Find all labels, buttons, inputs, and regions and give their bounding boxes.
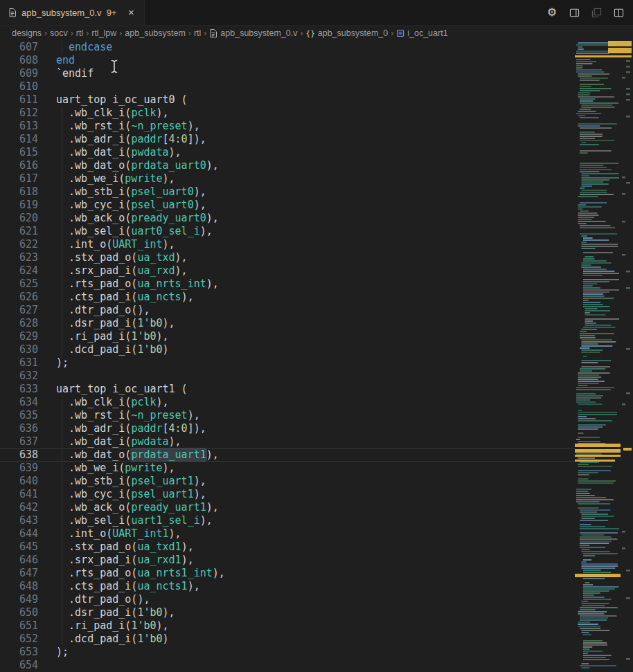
breadcrumb-item-i_oc_uart1[interactable]: i_oc_uart1 [396, 28, 447, 38]
line-number[interactable]: 627 [0, 304, 38, 317]
code-line-615[interactable]: 615 .wb_dat_i(pwdata), [0, 146, 575, 159]
line-number[interactable]: 624 [0, 264, 38, 278]
line-number[interactable]: 622 [0, 238, 38, 251]
line-number[interactable]: 633 [0, 383, 38, 396]
code-line-613[interactable]: 613 .wb_rst_i(~n_preset), [0, 120, 575, 133]
code-line-630[interactable]: 630 .dcd_pad_i(1'b0) [0, 343, 575, 356]
code-line-617[interactable]: 617 .wb_we_i(pwrite), [0, 172, 575, 185]
line-number[interactable]: 634 [0, 396, 38, 409]
line-number[interactable]: 610 [0, 80, 38, 93]
line-number[interactable]: 642 [0, 501, 38, 514]
code-line-635[interactable]: 635 .wb_rst_i(~n_preset), [0, 409, 575, 422]
code-line-629[interactable]: 629 .ri_pad_i(1'b0), [0, 330, 575, 343]
line-number[interactable]: 643 [0, 514, 38, 527]
code-line-618[interactable]: 618 .wb_stb_i(psel_uart0), [0, 185, 575, 199]
code-line-631[interactable]: 631); [0, 356, 575, 370]
line-number[interactable]: 626 [0, 291, 38, 304]
code-line-653[interactable]: 653); [0, 646, 575, 659]
code-line-620[interactable]: 620 .wb_ack_o(pready_uart0), [0, 212, 575, 225]
line-number[interactable]: 639 [0, 462, 38, 475]
code-line-640[interactable]: 640 .wb_stb_i(psel_uart1), [0, 475, 575, 488]
line-number[interactable]: 644 [0, 527, 38, 541]
code-line-614[interactable]: 614 .wb_adr_i(paddr[4:0]), [0, 133, 575, 146]
code-line-651[interactable]: 651 .ri_pad_i(1'b0), [0, 619, 575, 633]
line-number[interactable]: 645 [0, 541, 38, 554]
line-number[interactable]: 630 [0, 343, 38, 356]
settings-gear-button[interactable]: ⚙ [543, 4, 561, 21]
line-number[interactable]: 640 [0, 475, 38, 488]
line-number[interactable]: 618 [0, 185, 38, 199]
code-line-612[interactable]: 612 .wb_clk_i(pclk), [0, 107, 575, 120]
line-number[interactable]: 608 [0, 54, 38, 67]
line-number[interactable]: 638 [0, 448, 38, 462]
line-number[interactable]: 646 [0, 554, 38, 567]
code-line-641[interactable]: 641 .wb_cyc_i(psel_uart1), [0, 488, 575, 501]
code-line-607[interactable]: 607 endcase [0, 41, 575, 54]
line-number[interactable]: 617 [0, 172, 38, 185]
code-line-611[interactable]: 611uart_top i_oc_uart0 ( [0, 93, 575, 107]
line-number[interactable]: 616 [0, 159, 38, 172]
code-line-633[interactable]: 633uart_top i_oc_uart1 ( [0, 383, 575, 396]
code-line-628[interactable]: 628 .dsr_pad_i(1'b0), [0, 317, 575, 330]
code-line-639[interactable]: 639 .wb_we_i(pwrite), [0, 462, 575, 475]
tab-apb-subsystem-0-v[interactable]: apb_subsystem_0.v 9+ × [0, 0, 145, 25]
code-line-616[interactable]: 616 .wb_dat_o(prdata_uart0), [0, 159, 575, 172]
code-line-608[interactable]: 608end [0, 54, 575, 67]
breadcrumb-item-apb_subsystem[interactable]: apb_subsystem [125, 28, 186, 38]
code-line-638[interactable]: 638 .wb_dat_o(prdata_uart1), [0, 448, 575, 462]
line-number[interactable]: 629 [0, 330, 38, 343]
code-line-644[interactable]: 644 .int_o(UART_int1), [0, 527, 575, 541]
code-line-649[interactable]: 649 .dtr_pad_o(), [0, 593, 575, 606]
code-line-622[interactable]: 622 .int_o(UART_int), [0, 238, 575, 251]
minimap[interactable] [575, 41, 633, 672]
code-line-619[interactable]: 619 .wb_cyc_i(psel_uart0), [0, 199, 575, 212]
line-number[interactable]: 635 [0, 409, 38, 422]
line-number[interactable]: 613 [0, 120, 38, 133]
line-number[interactable]: 653 [0, 646, 38, 659]
breadcrumb-item-apb_subsystem_0.v[interactable]: apb_subsystem_0.v [209, 28, 297, 38]
line-number[interactable]: 652 [0, 633, 38, 646]
code-line-610[interactable]: 610 [0, 80, 575, 93]
line-number[interactable]: 647 [0, 567, 38, 580]
code-line-623[interactable]: 623 .stx_pad_o(ua_txd), [0, 251, 575, 264]
code-line-621[interactable]: 621 .wb_sel_i(uart0_sel_i), [0, 225, 575, 238]
code-line-637[interactable]: 637 .wb_dat_i(pwdata), [0, 435, 575, 448]
line-number[interactable]: 623 [0, 251, 38, 264]
code-line-626[interactable]: 626 .cts_pad_i(ua_ncts), [0, 291, 575, 304]
code-line-645[interactable]: 645 .stx_pad_o(ua_txd1), [0, 541, 575, 554]
line-number[interactable]: 632 [0, 370, 38, 383]
line-number[interactable]: 628 [0, 317, 38, 330]
restore-button[interactable] [587, 4, 605, 21]
code-line-647[interactable]: 647 .rts_pad_o(ua_nrts1_int), [0, 567, 575, 580]
line-number[interactable]: 614 [0, 133, 38, 146]
close-icon[interactable]: × [125, 6, 137, 19]
line-number[interactable]: 637 [0, 435, 38, 448]
split-editor-button[interactable] [609, 4, 627, 21]
line-number[interactable]: 631 [0, 356, 38, 370]
breadcrumb-item-rtl[interactable]: rtl [194, 28, 201, 38]
line-number[interactable]: 607 [0, 41, 38, 54]
code-line-642[interactable]: 642 .wb_ack_o(pready_uart1), [0, 501, 575, 514]
breadcrumb-item-rtl_lpw[interactable]: rtl_lpw [91, 28, 116, 38]
code-line-632[interactable]: 632 [0, 370, 575, 383]
line-number[interactable]: 650 [0, 606, 38, 619]
code-line-636[interactable]: 636 .wb_adr_i(paddr[4:0]), [0, 422, 575, 435]
code-line-625[interactable]: 625 .rts_pad_o(ua_nrts_int), [0, 278, 575, 291]
code-line-609[interactable]: 609`endif [0, 67, 575, 80]
line-number[interactable]: 649 [0, 593, 38, 606]
code-area[interactable]: 607 endcase608end609`endif610611uart_top… [0, 41, 575, 672]
line-number[interactable]: 648 [0, 580, 38, 593]
line-number[interactable]: 636 [0, 422, 38, 435]
line-number[interactable]: 641 [0, 488, 38, 501]
line-number[interactable]: 651 [0, 619, 38, 633]
code-line-650[interactable]: 650 .dsr_pad_i(1'b0), [0, 606, 575, 619]
line-number[interactable]: 625 [0, 278, 38, 291]
line-number[interactable]: 619 [0, 199, 38, 212]
breadcrumb-item-socv[interactable]: socv [50, 28, 68, 38]
breadcrumb-item-apb_subsystem_0[interactable]: {}apb_subsystem_0 [306, 28, 389, 38]
line-number[interactable]: 612 [0, 107, 38, 120]
line-number[interactable]: 611 [0, 93, 38, 107]
line-number[interactable]: 615 [0, 146, 38, 159]
line-number[interactable]: 654 [0, 659, 38, 672]
line-number[interactable]: 609 [0, 67, 38, 80]
